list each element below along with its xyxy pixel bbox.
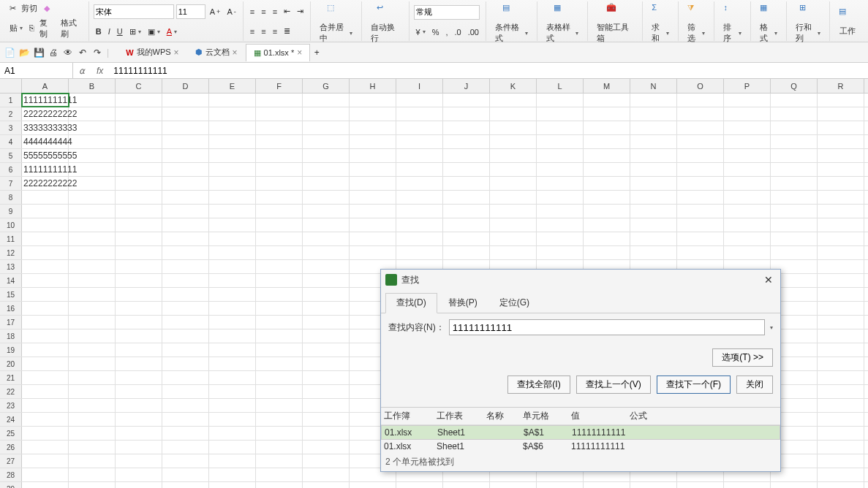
cell[interactable] bbox=[69, 441, 116, 454]
cell[interactable] bbox=[818, 399, 864, 412]
tab-my-wps[interactable]: W我的WPS× bbox=[118, 44, 186, 61]
cell[interactable] bbox=[162, 218, 209, 232]
cell[interactable] bbox=[22, 441, 69, 454]
cell[interactable] bbox=[677, 205, 724, 218]
cell[interactable] bbox=[256, 288, 303, 301]
dialog-titlebar[interactable]: 查找 ✕ bbox=[381, 270, 780, 290]
cell[interactable] bbox=[818, 205, 864, 218]
row-header[interactable]: 20 bbox=[0, 357, 22, 370]
cell[interactable] bbox=[350, 232, 396, 245]
options-button[interactable]: 选项(T) >> bbox=[712, 348, 773, 367]
row-header[interactable]: 11 bbox=[0, 232, 22, 245]
cell[interactable] bbox=[256, 357, 303, 370]
cell[interactable] bbox=[22, 288, 69, 301]
cell[interactable] bbox=[256, 94, 303, 107]
format-button[interactable]: ▦格式▾ bbox=[755, 1, 782, 45]
cell[interactable] bbox=[537, 149, 584, 162]
row-header[interactable]: 26 bbox=[0, 441, 22, 454]
row-header[interactable]: 17 bbox=[0, 316, 22, 329]
cell[interactable] bbox=[724, 149, 771, 162]
cell[interactable] bbox=[396, 246, 443, 259]
cell[interactable] bbox=[818, 121, 864, 134]
cell[interactable] bbox=[116, 177, 162, 190]
cell[interactable] bbox=[69, 427, 116, 440]
cell[interactable] bbox=[818, 302, 864, 315]
cell[interactable] bbox=[584, 191, 630, 204]
cell[interactable] bbox=[116, 399, 162, 412]
cell[interactable] bbox=[350, 482, 396, 488]
cell[interactable] bbox=[350, 107, 396, 121]
cell[interactable] bbox=[209, 135, 256, 148]
tab-goto[interactable]: 定位(G) bbox=[488, 293, 540, 313]
cell[interactable] bbox=[724, 121, 771, 134]
cell[interactable] bbox=[677, 94, 724, 107]
col-header[interactable]: E bbox=[209, 79, 256, 93]
cell[interactable] bbox=[630, 107, 677, 121]
cell[interactable] bbox=[818, 427, 864, 440]
cell[interactable] bbox=[396, 94, 443, 107]
row-header[interactable]: 10 bbox=[0, 218, 22, 232]
tab-find[interactable]: 查找(D) bbox=[385, 293, 437, 313]
cell[interactable] bbox=[630, 218, 677, 232]
cell[interactable] bbox=[818, 177, 864, 190]
cell[interactable] bbox=[630, 232, 677, 245]
cell[interactable] bbox=[162, 441, 209, 454]
cell[interactable] bbox=[584, 232, 630, 245]
cell[interactable] bbox=[116, 302, 162, 315]
cell[interactable] bbox=[303, 163, 350, 176]
cell[interactable] bbox=[22, 385, 69, 398]
cell[interactable] bbox=[818, 135, 864, 148]
cell[interactable] bbox=[116, 288, 162, 301]
cell[interactable] bbox=[256, 149, 303, 162]
cell[interactable] bbox=[818, 246, 864, 259]
cell[interactable] bbox=[69, 149, 116, 162]
cell[interactable] bbox=[724, 205, 771, 218]
open-button[interactable]: 📂 bbox=[18, 46, 31, 59]
cell[interactable] bbox=[630, 94, 677, 107]
cell[interactable] bbox=[771, 121, 818, 134]
row-header[interactable]: 3 bbox=[0, 121, 22, 134]
cell[interactable] bbox=[209, 121, 256, 134]
find-next-button[interactable]: 查找下一个(F) bbox=[657, 375, 731, 394]
cell[interactable] bbox=[256, 427, 303, 440]
cell[interactable] bbox=[818, 385, 864, 398]
cell[interactable] bbox=[162, 274, 209, 287]
col-header[interactable]: A bbox=[22, 79, 69, 93]
cell[interactable] bbox=[818, 441, 864, 454]
cell[interactable] bbox=[209, 343, 256, 357]
cell[interactable] bbox=[303, 427, 350, 440]
cell[interactable] bbox=[209, 385, 256, 398]
cell[interactable] bbox=[303, 177, 350, 190]
col-header[interactable]: H bbox=[350, 79, 396, 93]
cell[interactable] bbox=[22, 413, 69, 426]
cell[interactable] bbox=[677, 163, 724, 176]
border-button[interactable]: ⊞▾ bbox=[127, 26, 143, 38]
cell[interactable]: 33333333333 bbox=[22, 121, 69, 134]
cell[interactable] bbox=[162, 121, 209, 134]
cell[interactable] bbox=[116, 205, 162, 218]
cell[interactable] bbox=[771, 163, 818, 176]
cell[interactable] bbox=[256, 260, 303, 273]
cell[interactable] bbox=[162, 302, 209, 315]
cell[interactable] bbox=[490, 94, 537, 107]
cell[interactable] bbox=[584, 121, 630, 134]
cell[interactable] bbox=[350, 177, 396, 190]
cell[interactable] bbox=[724, 482, 771, 488]
cell[interactable] bbox=[677, 232, 724, 245]
cell[interactable] bbox=[256, 468, 303, 481]
undo-button[interactable]: ↶ bbox=[76, 46, 89, 59]
cell[interactable] bbox=[350, 94, 396, 107]
cell[interactable] bbox=[69, 468, 116, 481]
cell[interactable] bbox=[22, 274, 69, 287]
row-header[interactable]: 6 bbox=[0, 163, 22, 176]
cell[interactable] bbox=[630, 135, 677, 148]
cell[interactable] bbox=[162, 468, 209, 481]
cell[interactable] bbox=[209, 482, 256, 488]
cell[interactable] bbox=[116, 246, 162, 259]
cell[interactable] bbox=[69, 177, 116, 190]
cell[interactable] bbox=[116, 260, 162, 273]
cell[interactable] bbox=[584, 218, 630, 232]
cell[interactable] bbox=[677, 191, 724, 204]
cell[interactable] bbox=[209, 399, 256, 412]
cell[interactable] bbox=[69, 260, 116, 273]
